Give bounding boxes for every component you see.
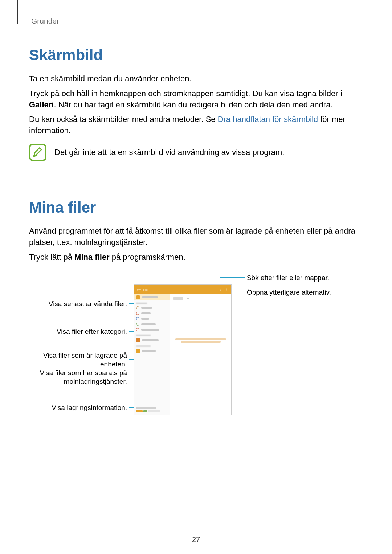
figure-mina-filer: Visa senast använda filer. Visa filer ef… (29, 274, 363, 444)
para-s2-2a: Tryck lätt på (29, 253, 74, 262)
video-icon (136, 312, 139, 315)
app-titlebar: My Files ⌕ ⋮ (134, 285, 231, 294)
content-tab[interactable] (173, 297, 183, 300)
clock-icon (136, 295, 140, 299)
page-number: 27 (0, 535, 392, 544)
sidebar-header-local (134, 332, 170, 337)
sidebar-item-videos[interactable] (134, 311, 170, 316)
search-icon[interactable]: ⌕ (220, 288, 222, 291)
para-s1-3: Du kan också ta skärmbilder med andra me… (29, 114, 363, 136)
callout-device-storage: Visa filer som är lagrade på enheten. (29, 351, 127, 369)
cloud-icon (136, 349, 140, 353)
para-s2-1: Använd programmet för att få åtkomst til… (29, 226, 363, 248)
heading-mina-filer: Mina filer (29, 199, 363, 216)
image-icon (136, 306, 139, 309)
para-s1-3a: Du kan också ta skärmbilder med andra me… (29, 115, 218, 124)
sidebar-header-category (134, 300, 170, 305)
sidebar-item-device-storage[interactable] (134, 337, 170, 343)
pencil-note-icon (32, 147, 43, 158)
sidebar-item-images[interactable] (134, 305, 170, 311)
para-s1-1: Ta en skärmbild medan du använder enhete… (29, 73, 363, 85)
note-row: Det går inte att ta en skärmbild vid anv… (29, 144, 363, 161)
callout-cloud-storage: Visa filer som har sparats på molnlagrin… (29, 369, 127, 386)
sidebar-item-documents[interactable] (134, 321, 170, 327)
heading-skarmbild: Skärmbild (29, 46, 363, 64)
sidebar-item-audio[interactable] (134, 316, 170, 321)
link-dra-handflatan[interactable]: Dra handflatan för skärmbild (218, 115, 318, 124)
sidebar-storage-usage[interactable] (136, 407, 162, 413)
callout-recent-files: Visa senast använda filer. (29, 300, 127, 308)
callout-search: Sök efter filer eller mappar. (247, 274, 329, 282)
device-icon (136, 338, 140, 342)
app-screenshot: My Files ⌕ ⋮ (134, 284, 232, 415)
callout-storage-info: Visa lagringsinformation. (29, 403, 127, 412)
download-icon (136, 328, 139, 331)
bold-mina-filer: Mina filer (74, 253, 110, 262)
content-placeholder (174, 338, 228, 344)
note-text: Det går inte att ta en skärmbild vid anv… (54, 147, 284, 158)
sidebar-item-downloads[interactable] (134, 327, 170, 332)
app-title: My Files (137, 288, 148, 291)
app-sidebar (134, 294, 170, 415)
app-content: + (170, 294, 231, 415)
para-s1-2: Tryck på och håll in hemknappen och strö… (29, 88, 363, 111)
note-icon (29, 144, 46, 161)
para-s2-2: Tryck lätt på Mina filer på programskärm… (29, 252, 363, 263)
document-icon (136, 323, 139, 326)
sidebar-item-label (142, 296, 158, 298)
para-s1-2b: . När du har tagit en skärmbild kan du r… (54, 100, 332, 109)
para-s2-2b: på programskärmen. (110, 253, 185, 262)
para-s1-2a: Tryck på och håll in hemknappen och strö… (29, 89, 342, 98)
bold-galleri: Galleri (29, 100, 54, 109)
breadcrumb: Grunder (31, 17, 363, 25)
leader-r1h (220, 277, 245, 278)
audio-icon (136, 317, 139, 320)
add-tab-icon[interactable]: + (187, 296, 189, 300)
sidebar-item-recent[interactable] (134, 294, 170, 300)
callout-category: Visa filer efter kategori. (29, 327, 127, 336)
callout-more-options: Öppna ytterligare alternativ. (247, 288, 331, 297)
more-icon[interactable]: ⋮ (225, 288, 228, 291)
sidebar-item-cloud[interactable] (134, 348, 170, 354)
content-tabs: + (173, 296, 228, 300)
sidebar-header-cloud (134, 343, 170, 348)
